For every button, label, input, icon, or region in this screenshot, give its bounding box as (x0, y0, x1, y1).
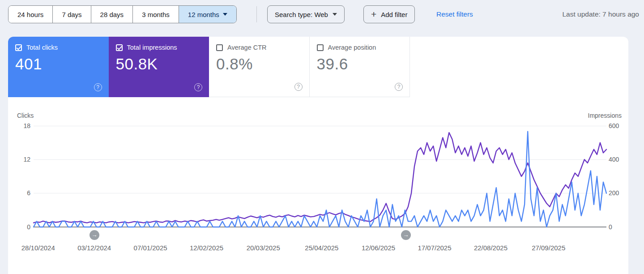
card-header: Average CTR (216, 44, 302, 51)
left-axis-title: Clicks (17, 112, 34, 119)
card-label: Total impressions (127, 44, 177, 51)
metric-card-average-ctr[interactable]: Average CTR 0.8% ? (209, 37, 310, 97)
search-type-dropdown[interactable]: Search type: Web (267, 5, 345, 23)
last-update-text: Last update: 7 hours ago (563, 10, 640, 18)
checkbox-checked-icon[interactable] (15, 44, 22, 51)
help-icon[interactable]: ? (395, 83, 403, 91)
x-axis-tick: 22/08/2025 (474, 244, 508, 252)
card-value: 39.6 (317, 55, 403, 73)
checkbox-unchecked-icon[interactable] (216, 44, 223, 51)
x-axis-tick: 17/07/2025 (418, 244, 451, 252)
left-axis-tick: 12 (12, 156, 30, 163)
left-axis-tick: 18 (12, 122, 30, 129)
card-label: Total clicks (26, 44, 58, 51)
annotation-arrow-marker[interactable]: → (90, 230, 99, 240)
search-type-label: Search type: Web (275, 11, 328, 18)
chart-plot: → → (34, 126, 606, 227)
x-axis-tick: 07/01/2025 (134, 244, 167, 252)
x-axis-tick: 12/06/2025 (362, 244, 395, 252)
x-axis-tick: 12/02/2025 (190, 244, 223, 252)
date-range-label: 28 days (100, 11, 124, 18)
right-axis-tick: 200 (609, 189, 631, 197)
metric-cards-row: Total clicks 401 ? Total impressions 50.… (8, 37, 410, 97)
x-axis-tick: 25/04/2025 (305, 244, 338, 252)
x-axis-tick: 27/09/2025 (532, 244, 565, 252)
add-filter-button[interactable]: + Add filter (363, 5, 415, 23)
help-icon[interactable]: ? (194, 83, 202, 91)
card-header: Total clicks (15, 44, 102, 51)
date-range-label: 7 days (62, 11, 81, 18)
date-range-28-days[interactable]: 28 days (91, 6, 133, 23)
date-range-24-hours[interactable]: 24 hours (9, 6, 53, 23)
chart-svg (34, 126, 606, 227)
annotation-arrow-marker[interactable]: → (401, 230, 411, 240)
performance-panel: Total clicks 401 ? Total impressions 50.… (8, 37, 628, 274)
card-value: 401 (15, 55, 102, 73)
left-axis-tick: 6 (12, 189, 30, 197)
date-range-segmented-control: 24 hours 7 days 28 days 3 months 12 mont… (8, 5, 237, 23)
chevron-down-icon (223, 13, 227, 16)
checkbox-unchecked-icon[interactable] (317, 44, 324, 51)
date-range-7-days[interactable]: 7 days (53, 6, 91, 23)
left-axis-tick: 0 (12, 223, 30, 231)
card-value: 0.8% (216, 55, 302, 73)
metric-card-average-position[interactable]: Average position 39.6 ? (310, 37, 410, 97)
metric-card-total-impressions[interactable]: Total impressions 50.8K ? (109, 37, 209, 97)
date-range-label: 24 hours (17, 11, 43, 18)
card-label: Average CTR (227, 44, 267, 51)
help-icon[interactable]: ? (294, 83, 303, 91)
right-axis-tick: 600 (609, 122, 631, 129)
card-header: Total impressions (116, 44, 202, 51)
date-range-12-months[interactable]: 12 months (179, 6, 236, 23)
plus-icon: + (371, 9, 376, 19)
right-axis-tick: 400 (609, 156, 631, 163)
reset-filters-link[interactable]: Reset filters (436, 10, 473, 18)
right-axis-title: Impressions (588, 112, 622, 119)
date-range-label: 12 months (188, 11, 219, 18)
toolbar-divider (256, 6, 257, 22)
card-header: Average position (317, 44, 403, 51)
date-range-3-months[interactable]: 3 months (133, 6, 179, 23)
x-axis-tick: 20/03/2025 (247, 244, 280, 252)
right-axis-tick: 0 (609, 223, 631, 231)
date-range-label: 3 months (142, 11, 170, 18)
x-axis-tick: 28/10/2024 (21, 244, 55, 252)
x-axis-labels: 28/10/2024 03/12/2024 07/01/2025 12/02/2… (34, 244, 606, 253)
help-icon[interactable]: ? (94, 83, 102, 91)
x-axis-tick: 03/12/2024 (77, 244, 111, 252)
card-label: Average position (328, 44, 376, 51)
chevron-down-icon (333, 13, 337, 16)
checkbox-checked-icon[interactable] (116, 44, 123, 51)
card-value: 50.8K (116, 55, 202, 73)
metric-card-total-clicks[interactable]: Total clicks 401 ? (8, 37, 109, 97)
add-filter-label: Add filter (381, 11, 407, 18)
toolbar: 24 hours 7 days 28 days 3 months 12 mont… (0, 0, 644, 29)
